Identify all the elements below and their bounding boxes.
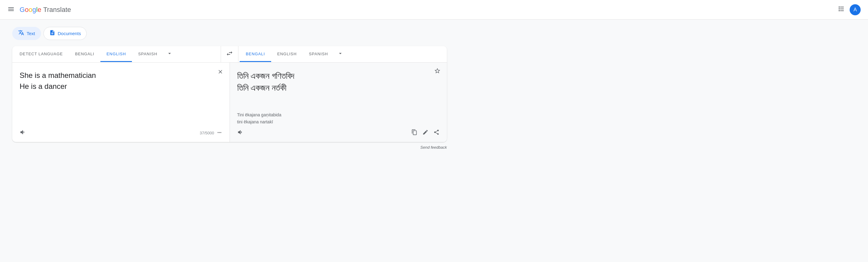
source-text: She is a mathematician He is a dancer	[20, 70, 222, 125]
share-button[interactable]	[433, 129, 439, 137]
romanized-line-1: Tini ēkajana gaṇitabida	[237, 111, 440, 118]
tab-documents-label: Documents	[58, 31, 81, 36]
target-panel: তিনি একজন গণিতবিদ তিনি একজন নর্তকী Tini …	[230, 63, 447, 142]
tab-text[interactable]: Text	[12, 27, 41, 40]
logo-google: Google	[20, 6, 41, 14]
target-lang-spanish[interactable]: SPANISH	[303, 47, 334, 62]
tab-text-label: Text	[27, 31, 35, 36]
header-left: Google Translate	[7, 5, 71, 14]
source-lang-chevron[interactable]	[163, 47, 176, 62]
target-actions	[411, 129, 439, 137]
tab-documents[interactable]: Documents	[43, 27, 87, 40]
send-feedback-link[interactable]: Send feedback	[420, 145, 447, 150]
source-panel: She is a mathematician He is a dancer 37…	[12, 63, 230, 142]
target-tts-button[interactable]	[237, 129, 244, 137]
translation-main-text: তিনি একজন গণিতবিদ তিনি একজন নর্তকী	[237, 70, 440, 108]
clear-button[interactable]	[217, 69, 223, 76]
copy-button[interactable]	[411, 129, 417, 137]
text-tab-icon	[18, 30, 24, 37]
source-footer-right: 37/5000	[200, 130, 222, 136]
translate-card: DETECT LANGUAGE BENGALI ENGLISH SPANISH …	[12, 46, 447, 142]
app-logo: Google Translate	[20, 6, 71, 14]
edit-button[interactable]	[422, 129, 429, 137]
grid-icon[interactable]	[837, 5, 845, 14]
app-header: Google Translate A	[0, 0, 868, 20]
source-line-2: He is a dancer	[20, 81, 222, 92]
documents-tab-icon	[49, 30, 55, 37]
source-line-1: She is a mathematician	[20, 70, 222, 81]
source-lang-spanish[interactable]: SPANISH	[132, 47, 163, 62]
header-right: A	[837, 4, 861, 15]
swap-languages-button[interactable]	[221, 46, 239, 62]
translation-line-2: তিনি একজন নর্তকী	[237, 82, 440, 94]
feedback-row: Send feedback	[12, 142, 447, 151]
star-button[interactable]	[434, 68, 441, 76]
source-lang-bengali[interactable]: BENGALI	[69, 47, 100, 62]
source-more-button[interactable]	[217, 130, 222, 136]
target-lang-bengali[interactable]: BENGALI	[240, 47, 271, 62]
source-tts-button[interactable]	[20, 129, 26, 137]
target-lang-chevron[interactable]	[334, 47, 346, 62]
translate-body: She is a mathematician He is a dancer 37…	[12, 63, 447, 142]
source-lang-english[interactable]: ENGLISH	[100, 47, 132, 62]
romanized-line-2: tini ēkajana nartakī	[237, 118, 440, 125]
source-lang-panel: DETECT LANGUAGE BENGALI ENGLISH SPANISH	[12, 47, 221, 62]
char-count: 37/5000	[200, 131, 214, 135]
source-footer: 37/5000	[20, 129, 222, 137]
translation-romanized: Tini ēkajana gaṇitabida tini ēkajana nar…	[237, 111, 440, 125]
source-lang-detect[interactable]: DETECT LANGUAGE	[13, 47, 69, 62]
main-content: Text Documents DETECT LANGUAGE BENGALI E…	[0, 20, 459, 158]
translation-line-1: তিনি একজন গণিতবিদ	[237, 70, 440, 82]
tab-bar: Text Documents	[12, 27, 447, 40]
target-lang-english[interactable]: ENGLISH	[271, 47, 303, 62]
logo-translate: Translate	[43, 6, 71, 14]
target-lang-panel: BENGALI ENGLISH SPANISH	[239, 47, 447, 62]
avatar[interactable]: A	[850, 4, 861, 15]
target-footer	[237, 129, 440, 137]
menu-icon[interactable]	[7, 5, 15, 14]
language-selector-row: DETECT LANGUAGE BENGALI ENGLISH SPANISH …	[12, 46, 447, 63]
